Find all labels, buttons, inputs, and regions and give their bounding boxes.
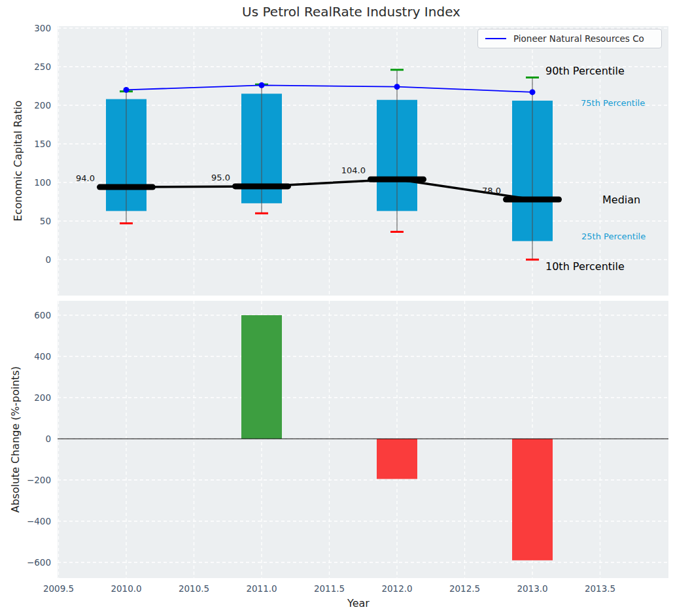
median-marker [232, 183, 291, 189]
percentile-annotation: 75th Percentile [581, 98, 645, 108]
median-value-label: 104.0 [341, 165, 366, 175]
top-y-tick-label: 150 [34, 139, 51, 149]
median-value-label: 94.0 [76, 173, 95, 183]
x-tick-label: 2011.5 [314, 583, 345, 594]
bottom-y-tick-label: 200 [34, 392, 51, 403]
change-bar [512, 439, 553, 560]
x-tick-label: 2011.0 [246, 583, 277, 594]
bottom-axes-background [58, 301, 668, 578]
median-value-label: 78.0 [482, 186, 501, 196]
figure: 2009.52010.02010.52011.02011.52012.02012… [0, 0, 673, 616]
median-marker [368, 177, 426, 182]
legend-line-sample-icon [485, 38, 506, 39]
percentile-annotation: 25th Percentile [581, 231, 646, 241]
bottom-y-axis-label: Absolute Change (%-points) [9, 366, 22, 513]
median-marker [97, 184, 156, 190]
bottom-y-tick-label: 400 [34, 351, 51, 362]
x-tick-label: 2010.0 [111, 583, 141, 594]
plot-canvas: 2009.52010.02010.52011.02011.52012.02012… [0, 0, 673, 616]
bottom-y-tick-label: −600 [27, 557, 51, 568]
company-point [394, 84, 400, 90]
x-tick-label: 2010.5 [179, 583, 209, 594]
company-point [259, 82, 265, 88]
median-marker [503, 196, 562, 202]
bottom-y-tick-label: 0 [45, 434, 51, 444]
change-bar [377, 439, 417, 479]
top-y-tick-label: 300 [34, 23, 51, 33]
x-tick-label: 2013.0 [517, 583, 547, 594]
legend: Pioneer Natural Resources Co [477, 29, 662, 48]
x-axis-label: Year [347, 597, 370, 609]
x-tick-label: 2009.5 [43, 583, 74, 594]
chart-title: Us Petrol RealRate Industry Index [242, 4, 460, 20]
median-value-label: 95.0 [211, 173, 230, 182]
bottom-y-tick-label: −200 [27, 475, 51, 485]
top-y-axis-label: Economic Capital Ratio [12, 101, 24, 222]
top-y-tick-label: 250 [34, 61, 51, 72]
top-y-tick-label: 200 [34, 100, 51, 111]
x-tick-label: 2012.0 [381, 583, 412, 594]
bottom-y-tick-label: 600 [34, 310, 51, 320]
percentile-annotation: 90th Percentile [545, 65, 625, 77]
percentile-annotation: 10th Percentile [545, 260, 625, 273]
x-tick-label: 2013.5 [585, 583, 615, 594]
top-y-tick-label: 100 [34, 177, 51, 188]
company-point [124, 87, 129, 93]
percentile-annotation: Median [602, 194, 640, 206]
company-point [530, 89, 536, 95]
top-y-tick-label: 0 [45, 254, 51, 265]
x-tick-label: 2012.5 [449, 583, 480, 594]
legend-label: Pioneer Natural Resources Co [513, 33, 644, 44]
bottom-y-tick-label: −400 [27, 516, 51, 526]
top-y-tick-label: 50 [40, 216, 51, 226]
change-bar [241, 315, 282, 439]
